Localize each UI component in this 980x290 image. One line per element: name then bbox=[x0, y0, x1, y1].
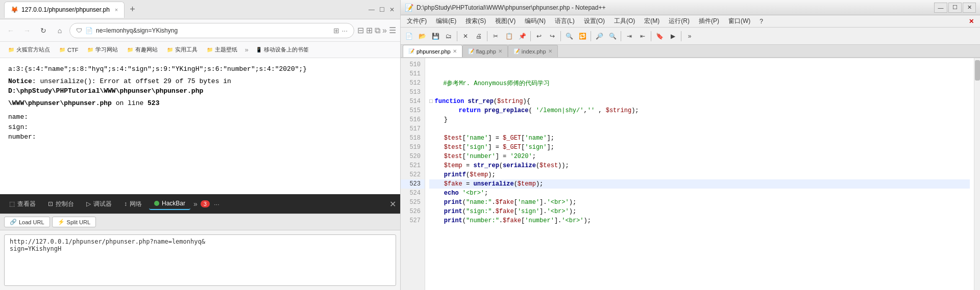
console-label: 控制台 bbox=[56, 200, 74, 208]
new-tab-btn[interactable]: + bbox=[127, 4, 138, 15]
reload-btn[interactable]: ↻ bbox=[37, 24, 50, 37]
np-menu-view[interactable]: 视图(V) bbox=[491, 16, 520, 27]
np-cut-btn[interactable]: ✂ bbox=[489, 30, 502, 42]
address-input-container[interactable]: 🛡 📄 ne=lemonhyq&sign=YKishyng ⊞ ··· bbox=[69, 23, 354, 38]
np-menu-settings[interactable]: 设置(O) bbox=[580, 16, 609, 27]
bookmark-firefox[interactable]: 📁 火狐官方站点 bbox=[4, 44, 54, 55]
np-tab-flag-close[interactable]: ✕ bbox=[498, 48, 502, 54]
forward-btn[interactable]: → bbox=[20, 24, 34, 37]
np-bookmark-btn[interactable]: 🔖 bbox=[653, 30, 666, 42]
np-unindent-btn[interactable]: ⇤ bbox=[636, 30, 649, 42]
np-open-btn[interactable]: 📂 bbox=[416, 30, 428, 42]
split-url-btn[interactable]: ⚡ Split URL bbox=[52, 217, 96, 227]
code-line-517 bbox=[429, 124, 970, 134]
np-tab-phpunser[interactable]: 📝 phpunser.php ✕ bbox=[403, 45, 462, 57]
np-menu-search[interactable]: 搜索(S) bbox=[461, 16, 490, 27]
tab-title: 127.0.0.1/phpunser/phpunser.ph bbox=[21, 6, 110, 13]
np-sep-3 bbox=[530, 31, 531, 41]
more-icon[interactable]: ··· bbox=[341, 27, 348, 35]
np-menu-window[interactable]: 窗口(W) bbox=[724, 16, 754, 27]
load-url-btn[interactable]: 🔗 Load URL bbox=[4, 217, 50, 227]
close-btn[interactable]: ✕ bbox=[388, 6, 396, 14]
hackbar-url-input[interactable]: http://127.0.0.1/phpunser/phpunser.php?n… bbox=[4, 234, 396, 286]
bookmark-tools[interactable]: 📁 实用工具 bbox=[163, 44, 202, 55]
notepad-panel: 📝 D:\phpStudy\PHPTutorial\WWW\phpunser\p… bbox=[401, 0, 980, 290]
np-save-all-btn[interactable]: 🗂 bbox=[443, 30, 455, 42]
np-redo-btn[interactable]: ↪ bbox=[546, 30, 558, 42]
browser-tab[interactable]: 🦊 127.0.0.1/phpunser/phpunser.ph × bbox=[4, 2, 125, 18]
ln-526: 526 bbox=[401, 207, 425, 216]
bookmark-folder-icon: 📁 bbox=[8, 47, 14, 52]
devtools-more-btn[interactable]: » bbox=[193, 200, 198, 208]
address-icons: ⊞ ··· bbox=[333, 27, 348, 35]
hamburger-icon[interactable]: ☰ bbox=[389, 25, 396, 35]
code-line-519: $test ['sign'] = $_GET ['sign']; bbox=[429, 143, 970, 152]
bookmark-mobile[interactable]: 📱 移动设备上的书签 bbox=[252, 44, 313, 55]
np-menu-encode[interactable]: 编码(N) bbox=[521, 16, 550, 27]
home-btn[interactable]: ⌂ bbox=[53, 24, 66, 37]
devtools-close-btn[interactable]: ✕ bbox=[389, 199, 396, 209]
np-print-btn[interactable]: 🖨 bbox=[473, 30, 485, 42]
np-undo-btn[interactable]: ↩ bbox=[533, 30, 545, 42]
np-tab-index[interactable]: 📝 index.php ✕ bbox=[508, 45, 558, 57]
debugger-btn[interactable]: ▷ 调试器 bbox=[81, 198, 117, 210]
sidebar-icon[interactable]: ⊞ bbox=[366, 25, 373, 35]
minimize-btn[interactable]: — bbox=[368, 6, 376, 14]
bookmark-fun[interactable]: 📁 有趣网站 bbox=[123, 44, 162, 55]
np-close-btn[interactable]: ✕ bbox=[963, 3, 976, 13]
np-new-btn[interactable]: 📄 bbox=[403, 30, 415, 42]
fn-preg-replace: preg_replace bbox=[484, 107, 528, 114]
np-tab-index-close[interactable]: ✕ bbox=[548, 48, 552, 54]
np-menu-run[interactable]: 运行(R) bbox=[665, 16, 694, 27]
np-zoom-out-btn[interactable]: 🔍 bbox=[606, 30, 619, 42]
hackbar-btn[interactable]: HackBar bbox=[149, 198, 190, 210]
np-indent-btn[interactable]: ⇥ bbox=[623, 30, 635, 42]
np-copy-btn[interactable]: 📋 bbox=[503, 30, 515, 42]
fn-printf: printf bbox=[444, 171, 466, 178]
np-find-btn[interactable]: 🔍 bbox=[563, 30, 575, 42]
collections-icon[interactable]: ⊟ bbox=[357, 25, 364, 35]
np-menu-macro[interactable]: 宏(M) bbox=[640, 16, 664, 27]
np-zoom-in-btn[interactable]: 🔎 bbox=[593, 30, 605, 42]
chevron-right-icon[interactable]: » bbox=[382, 26, 387, 35]
np-scrollbar-thumb[interactable] bbox=[975, 60, 980, 81]
bookmarks-chevron[interactable]: » bbox=[242, 46, 250, 54]
np-menu-help[interactable]: ? bbox=[755, 17, 767, 26]
bookmark-study[interactable]: 📁 学习网站 bbox=[83, 44, 122, 55]
np-menu-lang[interactable]: 语言(L) bbox=[551, 16, 579, 27]
window-controls: — ☐ ✕ bbox=[368, 6, 396, 14]
np-paste-btn[interactable]: 📌 bbox=[516, 30, 528, 42]
qr-icon[interactable]: ⊞ bbox=[333, 27, 339, 35]
inspector-btn[interactable]: ⬚ 查看器 bbox=[4, 198, 41, 210]
np-save-btn[interactable]: 💾 bbox=[429, 30, 442, 42]
np-menu-edit[interactable]: 编辑(E) bbox=[432, 16, 460, 27]
fold-icon-514[interactable]: □ bbox=[429, 98, 433, 104]
bookmark-ctf[interactable]: 📁 CTF bbox=[55, 45, 82, 55]
ln-513: 513 bbox=[401, 88, 425, 97]
np-run-btn[interactable]: ▶ bbox=[667, 30, 679, 42]
np-code-area[interactable]: #参考Mr. Anonymous师傅的代码学习 □ function str_r… bbox=[425, 58, 974, 290]
np-scrollbar[interactable] bbox=[974, 58, 980, 290]
bookmark-wallpaper[interactable]: 📁 主题壁纸 bbox=[203, 44, 241, 55]
np-replace-btn[interactable]: 🔁 bbox=[576, 30, 589, 42]
np-maximize-btn[interactable]: ☐ bbox=[948, 3, 962, 13]
np-tab-flag[interactable]: 📝 flag.php ✕ bbox=[462, 45, 508, 57]
tab-view-icon[interactable]: ⧉ bbox=[375, 26, 380, 35]
np-extra-btn[interactable]: » bbox=[683, 30, 696, 42]
code-line-527: print ( "number:" . $fake ['number'] . '… bbox=[429, 216, 970, 225]
back-btn[interactable]: ← bbox=[4, 24, 17, 37]
np-menu-tools[interactable]: 工具(O) bbox=[610, 16, 639, 27]
network-btn[interactable]: ↕ 网络 bbox=[119, 198, 147, 210]
np-menu-plugins[interactable]: 插件(P) bbox=[695, 16, 723, 27]
var-temp: $temp bbox=[444, 162, 462, 169]
devtools-options-btn[interactable]: ··· bbox=[214, 200, 219, 208]
np-minimize-btn[interactable]: — bbox=[934, 3, 947, 13]
np-menu-file[interactable]: 文件(F) bbox=[403, 16, 431, 27]
tab-close-btn[interactable]: × bbox=[115, 7, 118, 13]
np-close-file-btn[interactable]: ✕ bbox=[459, 30, 472, 42]
serialized-output: a:3:{s:4:"name";s:8:"hyq";s:4:"sign";s:9… bbox=[8, 64, 392, 74]
maximize-btn[interactable]: ☐ bbox=[378, 6, 386, 14]
console-btn[interactable]: ⊡ 控制台 bbox=[43, 198, 79, 210]
np-tab-phpunser-close[interactable]: ✕ bbox=[453, 48, 457, 54]
np-menu-x[interactable]: ✕ bbox=[965, 17, 978, 26]
